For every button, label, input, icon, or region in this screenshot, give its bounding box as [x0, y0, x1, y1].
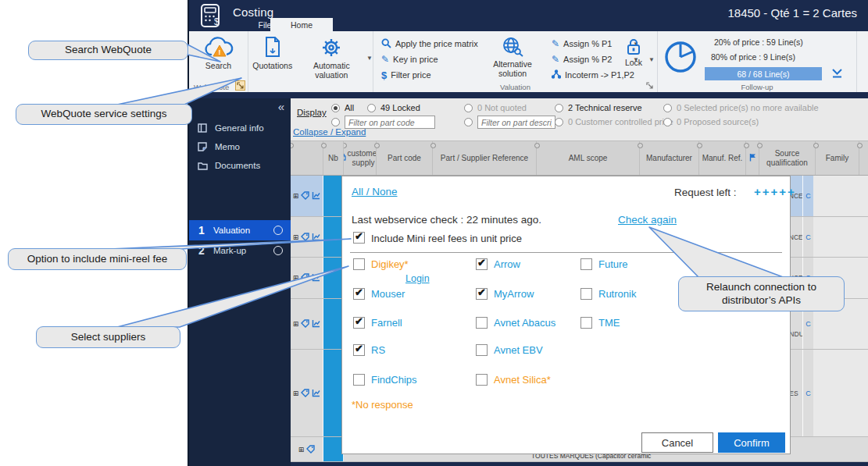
column-header-nb[interactable]: Nb	[323, 141, 344, 175]
column-header-source-qualification[interactable]: Source qualification	[759, 141, 816, 175]
tag-icon[interactable]	[306, 443, 315, 457]
column-header-part-supplier-reference[interactable]: Part / Supplier Reference	[433, 141, 537, 175]
sidebar-item-label: Mark-up	[213, 246, 246, 255]
supplier-label: Avnet EBV	[494, 344, 543, 356]
supplier-checkbox-avnet-ebv[interactable]	[476, 344, 488, 356]
radio-proposed-sources[interactable]	[663, 118, 672, 126]
incoterm-button[interactable]: Incoterm -> P1,P2	[552, 67, 639, 83]
supplier-checkbox-arrow[interactable]	[476, 258, 488, 270]
digikey-login-link[interactable]: Login	[405, 273, 430, 284]
folder-icon	[197, 162, 208, 170]
tag-icon[interactable]	[301, 189, 309, 203]
expand-row-icon[interactable]: ⊞	[298, 446, 305, 454]
search-webquote-button[interactable]: ! Search	[189, 36, 248, 70]
chart-icon[interactable]	[312, 230, 320, 244]
column-header-manufacturer[interactable]: Manufacturer	[640, 141, 699, 175]
expand-row-icon[interactable]: ⊞	[293, 320, 299, 328]
radio-all[interactable]	[331, 104, 340, 112]
callout-webquote-settings: WebQuote service settings	[16, 104, 192, 125]
radio-filter-part-description[interactable]	[464, 118, 473, 126]
supplier-checkbox-findchips[interactable]	[353, 374, 365, 386]
expand-row-icon[interactable]: ⊞	[293, 274, 299, 282]
valuation-step-number: 1	[197, 224, 206, 237]
supplier-checkbox-digikey[interactable]	[353, 258, 365, 270]
alternative-solution-button[interactable]: Alternative solution	[483, 36, 542, 78]
supplier-checkbox-rutronik[interactable]	[580, 288, 592, 300]
radio-locked[interactable]	[367, 104, 376, 112]
sidebar-item-valuation[interactable]: 1 Valuation	[189, 220, 291, 240]
filter-price-button[interactable]: $ Filter price	[381, 67, 478, 83]
radio-not-quoted[interactable]	[464, 104, 473, 112]
supplier-label: RS	[371, 344, 385, 356]
automatic-valuation-button[interactable]: Automatic valuation	[308, 36, 356, 80]
column-header-family[interactable]: Family	[816, 141, 859, 175]
lock-button[interactable]: Lock	[622, 37, 645, 67]
chart-icon[interactable]	[312, 271, 320, 285]
supplier-checkbox-myarrow[interactable]	[476, 288, 488, 300]
export-collapse-icon[interactable]	[831, 68, 843, 82]
valuation-group-launcher-icon[interactable]	[645, 80, 655, 91]
sidebar-item-markup[interactable]: 2 Mark-up	[189, 240, 291, 261]
tag-icon[interactable]	[301, 230, 309, 244]
sidebar-item-documents[interactable]: Documents	[189, 156, 291, 175]
globe-search-icon	[501, 36, 524, 59]
chart-icon[interactable]	[312, 317, 320, 331]
tag-icon[interactable]	[301, 386, 309, 400]
radio-selected-unavailable[interactable]	[663, 104, 672, 112]
supplier-checkbox-future[interactable]	[580, 258, 592, 270]
supplier-label: Avnet Silica*	[494, 374, 551, 386]
all-none-link[interactable]: All / None	[352, 186, 398, 197]
quotations-button[interactable]: Quotations	[248, 36, 297, 70]
sidebar-collapse-icon[interactable]: «	[278, 100, 284, 113]
supplier-checkbox-tme[interactable]	[580, 317, 592, 329]
lock-dropdown-caret[interactable]: ▼	[648, 56, 655, 63]
column-header-manuf-ref[interactable]: Manuf. Ref.	[699, 141, 746, 175]
check-again-link[interactable]: Check again	[618, 214, 677, 226]
request-left-value: +++++	[754, 185, 796, 198]
partial-cell-glyph: C	[803, 217, 813, 257]
radio-filter-part-code[interactable]	[331, 118, 340, 126]
column-header-aml-scope[interactable]: AML scope	[537, 141, 640, 175]
sidebar-item-label: Valuation	[213, 226, 250, 235]
column-header-customer-supply[interactable]: customer supply	[344, 141, 377, 175]
alternative-solution-label: Alternative solution	[483, 59, 542, 78]
chart-icon[interactable]	[312, 189, 320, 203]
supplier-checkbox-avnet-abacus[interactable]	[476, 317, 488, 329]
sidebar-item-memo[interactable]: Memo	[189, 137, 291, 156]
apply-price-matrix-button[interactable]: Apply the price matrix	[381, 36, 478, 52]
incoterm-icon	[552, 69, 561, 80]
markup-step-number: 2	[197, 244, 206, 257]
radio-customer-controlled[interactable]	[555, 118, 563, 126]
collapse-expand-link[interactable]: Collapse / Expand	[293, 127, 366, 137]
supplier-checkbox-farnell[interactable]	[353, 317, 365, 329]
cancel-button[interactable]: Cancel	[641, 432, 713, 453]
tag-icon[interactable]	[301, 317, 309, 331]
expand-row-icon[interactable]: ⊞	[293, 390, 299, 397]
column-header-row-icons[interactable]	[291, 141, 323, 175]
column-header-part-code[interactable]: Part code	[377, 141, 433, 175]
pencil-icon: ✎	[552, 38, 559, 49]
mini-reel-checkbox[interactable]	[353, 232, 365, 244]
confirm-button[interactable]: Confirm	[718, 432, 785, 453]
radio-technical-reserve[interactable]	[555, 104, 563, 112]
tag-icon[interactable]	[301, 271, 309, 285]
sidebar-item-general-info[interactable]: General info	[189, 119, 291, 137]
supplier-label: MyArrow	[494, 288, 534, 300]
key-in-price-label: Key in price	[393, 55, 438, 64]
tab-home[interactable]: Home	[270, 18, 333, 31]
supplier-checkbox-rs[interactable]	[353, 344, 365, 356]
expand-row-icon[interactable]: ⊞	[293, 233, 299, 241]
callout-mini-reel: Option to include mini-reel fee	[8, 248, 187, 270]
callout-relaunch-apis: Relaunch connection to distributor’s API…	[678, 276, 845, 311]
webquote-settings-launcher-icon[interactable]	[235, 80, 245, 91]
callout-select-suppliers: Select suppliers	[36, 326, 180, 348]
automatic-valuation-dropdown-caret[interactable]: ▼	[366, 55, 373, 62]
chart-icon[interactable]	[312, 386, 320, 400]
expand-row-icon[interactable]: ⊞	[293, 192, 299, 200]
column-header-partial	[859, 141, 868, 175]
supplier-checkbox-avnet-silica[interactable]	[476, 374, 488, 386]
filter-part-description-input[interactable]	[477, 116, 555, 129]
apply-price-matrix-label: Apply the price matrix	[395, 39, 478, 48]
key-in-price-button[interactable]: ✎ Key in price	[381, 52, 478, 67]
supplier-checkbox-mouser[interactable]	[353, 288, 365, 300]
